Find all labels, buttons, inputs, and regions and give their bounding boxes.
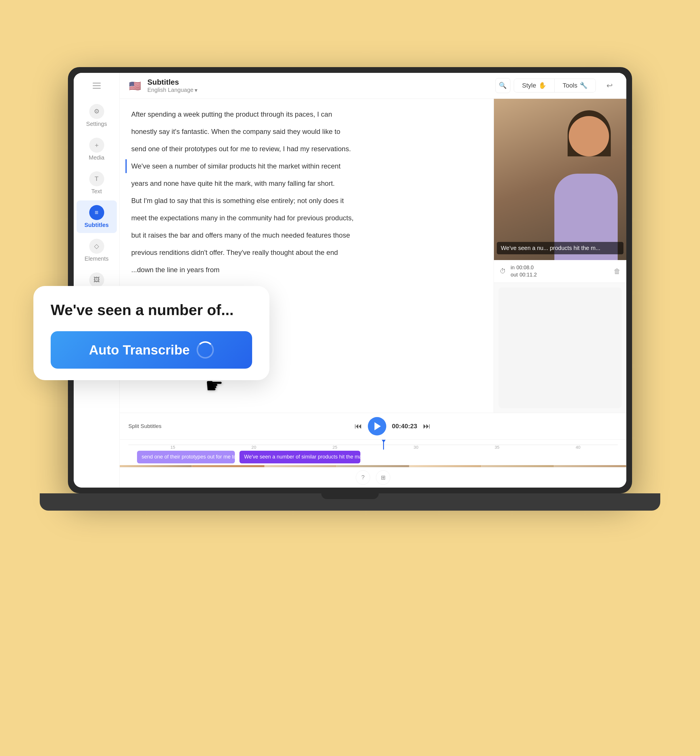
- style-button[interactable]: Style ✋: [514, 79, 555, 92]
- subtitles-icon: ≡: [89, 205, 104, 220]
- clip-label: We've seen a number of similar products …: [244, 454, 360, 460]
- transcript-block[interactable]: send one of their prototypes out for me …: [131, 142, 482, 156]
- person-head: [569, 116, 609, 157]
- floating-preview-text: We've seen a number of...: [51, 301, 252, 320]
- transcript-line: We've seen a number of similar products …: [131, 162, 341, 170]
- thumbnail-cell: [337, 465, 409, 467]
- grid-button[interactable]: ⊞: [376, 470, 390, 485]
- timing-in: in 00:08.0: [511, 265, 537, 271]
- thumbnail-cell: [409, 465, 481, 467]
- ruler-mark-25: 25: [333, 445, 338, 449]
- time-display: 00:40:23: [392, 423, 417, 430]
- panel-title: Subtitles: [147, 78, 197, 87]
- ruler-line: [128, 445, 618, 445]
- play-button[interactable]: [368, 417, 386, 435]
- timing-out-label: out: [511, 272, 518, 278]
- auto-transcribe-label: Auto Transcribe: [89, 342, 190, 358]
- style-icon: ✋: [539, 82, 546, 89]
- thumbnail-cell: [120, 465, 192, 467]
- sidebar-item-media[interactable]: ＋ Media: [77, 133, 117, 166]
- subtitle-clip-1[interactable]: send one of their prototypes out for me …: [137, 451, 235, 463]
- search-button[interactable]: 🔍: [495, 78, 510, 93]
- transcript-line: years and none have quite hit the mark, …: [131, 179, 335, 187]
- transcript-line: But I'm glad to say that this is somethi…: [131, 197, 344, 205]
- settings-icon: ⚙: [89, 104, 104, 119]
- laptop-screen: ⚙ Settings ＋ Media T Text ≡: [74, 73, 626, 488]
- timing-box: in 00:08.0 out 00:11.2: [511, 265, 537, 278]
- sidebar-item-label: Subtitles: [84, 222, 108, 229]
- playhead[interactable]: [383, 440, 384, 449]
- ruler-mark-30: 30: [414, 445, 419, 449]
- media-icon: ＋: [89, 138, 104, 153]
- transcript-line: meet the expectations many in the commun…: [131, 214, 353, 222]
- transcript-line: previous renditions didn't offer. They'v…: [131, 249, 338, 256]
- ruler-mark-15: 15: [170, 445, 175, 449]
- transcript-block[interactable]: but it raises the bar and offers many of…: [131, 229, 482, 242]
- transcript-block[interactable]: honestly say it's fantastic. When the co…: [131, 125, 482, 139]
- transcript-block[interactable]: ...down the line in years from: [131, 263, 482, 277]
- tools-button[interactable]: Tools 🔧: [555, 79, 595, 92]
- transcript-line: After spending a week putting the produc…: [131, 110, 332, 118]
- language-label: English Language ▾: [147, 87, 197, 94]
- sidebar-item-label: Text: [91, 188, 102, 195]
- thumbnail-cell: [192, 465, 264, 467]
- transcript-block[interactable]: But I'm glad to say that this is somethi…: [131, 194, 482, 208]
- sidebar-item-label: Media: [89, 154, 104, 161]
- timeline-ruler: 15 20 25 30 35 40: [120, 440, 626, 449]
- transcript-line: send one of their prototypes out for me …: [131, 145, 351, 153]
- fast-forward-button[interactable]: ⏭: [423, 422, 431, 430]
- person-shape: [540, 99, 626, 260]
- dropdown-chevron-icon[interactable]: ▾: [195, 87, 197, 94]
- transcript-line: honestly say it's fantastic. When the co…: [131, 128, 340, 135]
- scene: ⚙ Settings ＋ Media T Text ≡: [33, 33, 667, 724]
- ruler-mark-40: 40: [576, 445, 581, 449]
- transcript-block[interactable]: After spending a week putting the produc…: [131, 107, 482, 121]
- laptop-body: ⚙ Settings ＋ Media T Text ≡: [68, 67, 632, 493]
- playback-controls: ⏮ 00:40:23 ⏭: [355, 417, 431, 435]
- transcript-block[interactable]: years and none have quite hit the mark, …: [131, 177, 482, 190]
- subtitle-clip-2[interactable]: We've seen a number of similar products …: [239, 451, 360, 463]
- sidebar-item-label: Elements: [84, 255, 108, 262]
- flag-title: 🇺🇸 Subtitles English Language ▾: [129, 78, 490, 94]
- rewind-button[interactable]: ⏮: [355, 422, 362, 430]
- transcript-block[interactable]: previous renditions didn't offer. They'v…: [131, 246, 482, 260]
- ruler-mark-35: 35: [494, 445, 499, 449]
- transcript-line: ...down the line in years from: [131, 266, 220, 274]
- language-text: English Language: [147, 87, 194, 93]
- timing-in-label: in: [511, 265, 515, 271]
- sidebar-item-label: Settings: [86, 121, 107, 127]
- empty-panel: [498, 287, 622, 408]
- close-button[interactable]: ↩: [602, 78, 617, 93]
- main-content: 🇺🇸 Subtitles English Language ▾: [120, 73, 626, 488]
- text-icon: T: [89, 171, 104, 186]
- right-panel: We've seen a nu... products hit the m...…: [494, 99, 626, 413]
- sidebar-item-text[interactable]: T Text: [77, 167, 117, 199]
- sidebar-item-settings[interactable]: ⚙ Settings: [77, 99, 117, 132]
- editor-header: 🇺🇸 Subtitles English Language ▾: [120, 73, 626, 99]
- menu-icon[interactable]: [89, 78, 104, 93]
- transcript-text: After spending a week putting the produc…: [131, 107, 482, 277]
- sidebar-item-elements[interactable]: ◇ Elements: [77, 234, 117, 267]
- elements-icon: ◇: [89, 239, 104, 254]
- help-button[interactable]: ?: [356, 470, 370, 485]
- timeline-track: 15 20 25 30 35 40: [120, 440, 626, 467]
- delete-timing-button[interactable]: 🗑: [614, 267, 620, 275]
- timeline-area: Split Subtitles ⏮ 00:40:23 ⏭: [120, 413, 626, 488]
- auto-transcribe-button[interactable]: Auto Transcribe: [51, 331, 252, 369]
- app: ⚙ Settings ＋ Media T Text ≡: [74, 73, 626, 488]
- split-subtitles-button[interactable]: Split Subtitles: [128, 423, 161, 429]
- timeline-controls: Split Subtitles ⏮ 00:40:23 ⏭: [120, 413, 626, 440]
- ruler-mark-20: 20: [252, 445, 256, 449]
- transcript-block[interactable]: meet the expectations many in the commun…: [131, 211, 482, 225]
- floating-card: We've seen a number of... Auto Transcrib…: [33, 286, 269, 380]
- clip-label: send one of their prototypes out for me …: [142, 454, 235, 460]
- menu-line: [93, 83, 101, 83]
- title-group: Subtitles English Language ▾: [147, 78, 197, 94]
- transcript-block-active[interactable]: We've seen a number of similar products …: [125, 159, 482, 173]
- sidebar-item-subtitles[interactable]: ≡ Subtitles: [77, 200, 117, 233]
- header-actions: 🔍 Style ✋ Tools 🔧: [495, 78, 617, 93]
- timing-info: ⏱ in 00:08.0 out 00:11.2: [494, 260, 626, 283]
- image-icon: 🖼: [89, 272, 104, 287]
- sidebar: ⚙ Settings ＋ Media T Text ≡: [74, 73, 120, 488]
- tools-label: Tools: [563, 82, 577, 89]
